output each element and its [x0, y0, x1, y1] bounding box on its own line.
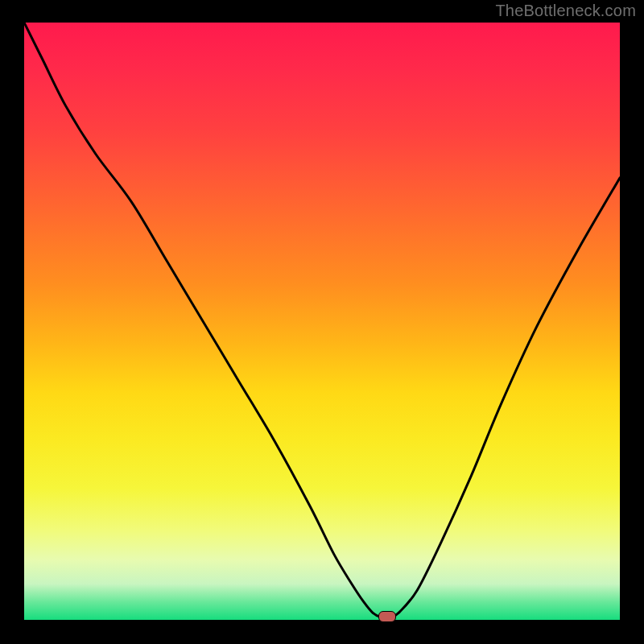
bottleneck-curve — [24, 23, 620, 620]
chart-frame: TheBottleneck.com — [0, 0, 644, 644]
plot-area — [24, 23, 620, 620]
valley-marker — [378, 611, 396, 622]
attribution-text: TheBottleneck.com — [495, 2, 636, 20]
curve-path — [24, 23, 620, 618]
